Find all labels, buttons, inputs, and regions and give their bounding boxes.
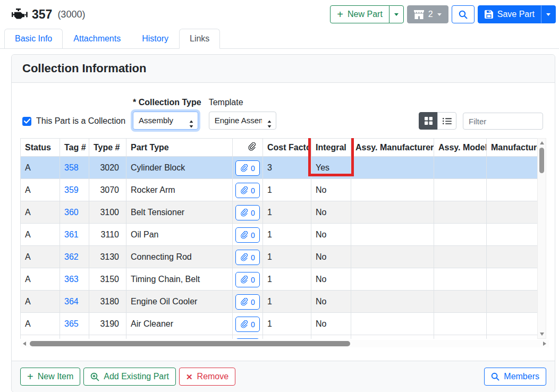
tag-number-link[interactable]: 364	[64, 297, 79, 306]
cell-status: A	[21, 313, 60, 335]
cell-part-type: Belt Tensioner	[126, 201, 233, 224]
cell-integral: No	[311, 201, 351, 224]
table-row[interactable]: A3603100Belt Tensioner01No	[21, 201, 538, 224]
cell-assy-model	[434, 335, 487, 339]
cell-assy-manufacturer	[351, 268, 434, 291]
tab-links[interactable]: Links	[179, 29, 220, 49]
page-title: 357	[32, 7, 52, 22]
attachments-button[interactable]	[235, 338, 260, 339]
cell-assy-model	[434, 246, 487, 268]
search-icon	[459, 10, 468, 19]
list-view-button[interactable]	[437, 112, 456, 130]
attachments-button[interactable]: 0	[235, 250, 260, 265]
card-view-button[interactable]	[419, 112, 438, 130]
attachments-button[interactable]: 0	[235, 183, 260, 198]
remove-button[interactable]: ✕ Remove	[179, 368, 235, 386]
scroll-left-arrow[interactable]	[23, 342, 26, 346]
chevron-down-icon	[394, 13, 399, 16]
new-part-button[interactable]: + New Part	[330, 5, 389, 23]
cell-tag: 362	[60, 246, 89, 268]
vertical-scrollbar[interactable]	[537, 138, 546, 339]
search-button[interactable]	[452, 5, 475, 23]
cell-integral: No	[311, 179, 351, 201]
cell-status: A	[21, 157, 60, 179]
new-part-dropdown-toggle[interactable]	[389, 5, 404, 23]
save-part-dropdown-toggle[interactable]	[541, 5, 556, 23]
members-button[interactable]: Members	[484, 368, 546, 386]
cell-assy-model	[434, 291, 487, 313]
table-row[interactable]: A3613110Oil Pan01No	[21, 224, 538, 246]
tag-number-link[interactable]: 365	[64, 319, 79, 328]
table-row[interactable]: A3653190Air Cleaner01No	[21, 313, 538, 335]
cell-status: A	[21, 224, 60, 246]
attachments-button[interactable]: 0	[235, 294, 260, 310]
search-icon	[491, 372, 499, 381]
attachments-button[interactable]: 0	[235, 272, 260, 287]
template-field: Template Engine Assembly	[209, 98, 276, 130]
template-select[interactable]: Engine Assembly	[209, 112, 276, 130]
horizontal-scrollbar-thumb[interactable]	[30, 341, 350, 346]
collection-information-card: Collection Information This Part is a Co…	[11, 54, 555, 392]
cell-assy-model	[434, 201, 487, 224]
cell-status	[21, 335, 60, 339]
tag-number-link[interactable]: 363	[64, 275, 79, 284]
filter-input[interactable]	[463, 113, 543, 130]
tab-attachments[interactable]: Attachments	[63, 29, 131, 49]
cell-attachments: 0	[233, 201, 263, 224]
save-icon	[485, 10, 493, 19]
cell-tag: 364	[60, 291, 89, 313]
vertical-scrollbar-thumb[interactable]	[539, 148, 544, 173]
scroll-right-arrow[interactable]	[543, 342, 546, 346]
tab-basic-info[interactable]: Basic Info	[4, 29, 63, 49]
is-collection-group: This Part is a Collection	[22, 116, 125, 130]
tag-number-link[interactable]: 359	[64, 185, 79, 194]
table-row[interactable]: A3633150Timing Chain, Belt01No	[21, 268, 538, 291]
cell-status: A	[21, 201, 60, 224]
cell-attachments: 0	[233, 246, 263, 268]
tag-number-link[interactable]: 362	[64, 252, 79, 261]
cell-manufacturer	[487, 157, 538, 179]
col-header-assy-manufacturer: Assy. Manufacturer	[351, 139, 434, 157]
cell-tag: 363	[60, 268, 89, 291]
cell-integral: Yes	[311, 157, 351, 179]
is-collection-checkbox[interactable]	[22, 117, 31, 126]
cell-status: A	[21, 291, 60, 313]
paperclip-icon	[248, 142, 256, 151]
horizontal-scrollbar[interactable]	[20, 340, 549, 347]
col-header-part-type: Part Type	[126, 139, 233, 157]
cell-type	[89, 335, 126, 339]
cell-type: 3020	[89, 157, 126, 179]
paperclip-icon	[240, 320, 248, 328]
cell-cost-factor: 1	[263, 246, 311, 268]
scroll-up-arrow[interactable]	[540, 141, 544, 144]
tag-number-link[interactable]: 360	[64, 208, 79, 217]
new-item-button[interactable]: + New Item	[20, 368, 80, 386]
collection-type-select[interactable]: Assembly	[133, 112, 198, 130]
cell-tag: 365	[60, 313, 89, 335]
table-row[interactable]	[21, 335, 538, 339]
tab-history[interactable]: History	[131, 29, 179, 49]
scroll-down-arrow[interactable]	[540, 333, 544, 336]
cell-part-type: Rocker Arm	[126, 179, 233, 201]
basket-button[interactable]: 2	[407, 5, 448, 23]
cell-manufacturer	[487, 246, 538, 268]
attachments-button[interactable]: 0	[235, 205, 260, 220]
attachments-button[interactable]: 0	[235, 227, 260, 243]
attachments-button[interactable]: 0	[235, 317, 260, 332]
table-row[interactable]: A3643180Engine Oil Cooler01No	[21, 291, 538, 313]
table-row[interactable]: A3623130Connecting Rod01No	[21, 246, 538, 268]
cell-assy-manufacturer	[351, 291, 434, 313]
table-row[interactable]: A3583020Cylinder Block03Yes	[21, 157, 538, 179]
add-existing-part-button[interactable]: Add Existing Part	[83, 368, 176, 386]
save-part-button[interactable]: Save Part	[478, 5, 541, 23]
table-row[interactable]: A3593070Rocker Arm01No	[21, 179, 538, 201]
attachments-button[interactable]: 0	[235, 160, 260, 176]
new-part-split-button: + New Part	[330, 5, 403, 23]
paperclip-icon	[240, 231, 248, 239]
cell-manufacturer	[487, 201, 538, 224]
paperclip-icon	[240, 298, 248, 306]
tag-number-link[interactable]: 361	[64, 230, 79, 239]
cell-status: A	[21, 179, 60, 201]
tag-number-link[interactable]: 358	[64, 163, 79, 172]
part-title: 357 (3000)	[12, 7, 85, 22]
